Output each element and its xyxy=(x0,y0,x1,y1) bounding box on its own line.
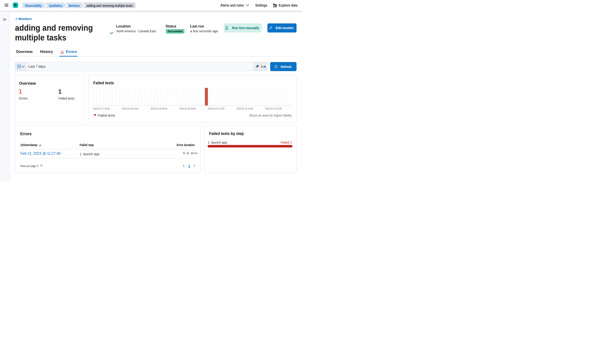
svg-text:Observability: Observability xyxy=(25,4,42,8)
svg-text:Alerts and rules: Alerts and rules xyxy=(220,3,244,7)
svg-text:Synthetics: Synthetics xyxy=(49,4,62,8)
svg-text:Explore data: Explore data xyxy=(278,3,297,7)
svg-text:Monitors: Monitors xyxy=(69,4,80,8)
svg-text:Settings: Settings xyxy=(255,3,267,7)
svg-text:adding and removing multiple t: adding and removing multiple tasks xyxy=(87,4,133,8)
